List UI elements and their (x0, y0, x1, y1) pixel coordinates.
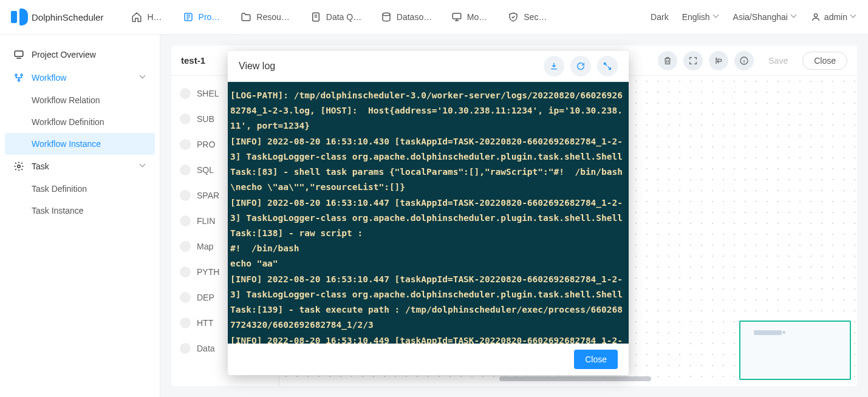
log-content[interactable]: [LOG-PATH]: /tmp/dolphinscheduler-3.0/wo… (228, 81, 629, 344)
modal-footer: Close (228, 344, 629, 375)
fullscreen-log-button[interactable] (597, 56, 618, 76)
modal-header: View log (228, 51, 629, 81)
modal-title: View log (239, 61, 275, 72)
download-log-button[interactable] (544, 56, 564, 76)
refresh-log-button[interactable] (570, 56, 591, 76)
view-log-modal: View log [LOG-PATH]: /tmp/dolphinschedul… (228, 51, 629, 375)
modal-close-button[interactable]: Close (574, 350, 618, 369)
